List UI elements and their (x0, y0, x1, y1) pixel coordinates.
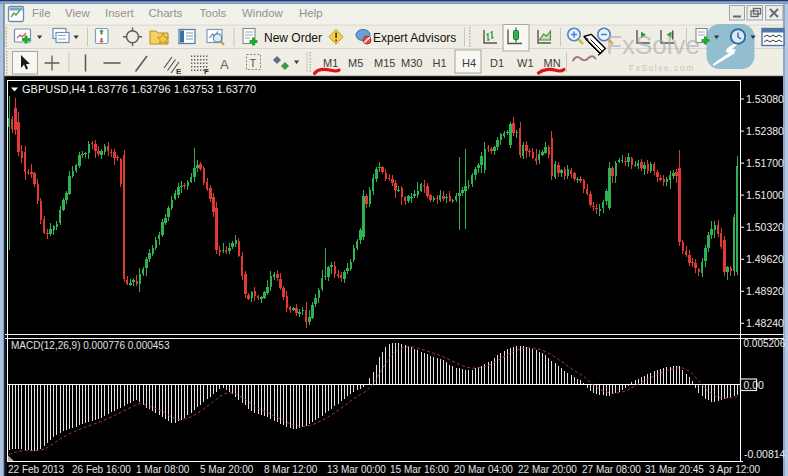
svg-text:1.49620: 1.49620 (746, 253, 784, 265)
svg-text:H4: H4 (462, 57, 476, 69)
svg-text:15 Mar 16:00: 15 Mar 16:00 (390, 464, 449, 475)
svg-text:8 Mar 12:00: 8 Mar 12:00 (264, 464, 318, 475)
svg-text:1.48240: 1.48240 (746, 317, 784, 329)
svg-text:26 Feb 16:00: 26 Feb 16:00 (72, 464, 131, 475)
svg-text:D1: D1 (490, 57, 504, 69)
svg-text:0.005206: 0.005206 (744, 338, 786, 349)
svg-text:1.53080: 1.53080 (746, 93, 784, 105)
svg-text:1.52380: 1.52380 (746, 125, 784, 137)
svg-text:GBPUSD,H4: GBPUSD,H4 (22, 83, 86, 95)
svg-text:1.63776 1.63796 1.63753 1.6377: 1.63776 1.63796 1.63753 1.63770 (88, 83, 256, 95)
svg-text:M1: M1 (323, 57, 338, 69)
svg-text:Insert: Insert (105, 7, 135, 19)
svg-text:Expert Advisors: Expert Advisors (373, 31, 456, 45)
svg-text:MACD(12,26,9) 0.000776 0.00045: MACD(12,26,9) 0.000776 0.000453 (11, 340, 170, 351)
svg-text:31 Mar 20:45: 31 Mar 20:45 (645, 464, 704, 475)
svg-text:13 Mar 00:00: 13 Mar 00:00 (327, 464, 386, 475)
svg-text:File: File (32, 7, 51, 19)
svg-text:1.48920: 1.48920 (746, 285, 784, 297)
svg-text:F: F (204, 67, 209, 76)
svg-text:W1: W1 (517, 57, 534, 69)
svg-text:1.51000: 1.51000 (746, 189, 784, 201)
svg-text:Help: Help (299, 7, 323, 19)
svg-text:Charts: Charts (149, 7, 183, 19)
svg-text:H1: H1 (433, 57, 447, 69)
svg-text:22 Feb 2013: 22 Feb 2013 (8, 464, 65, 475)
svg-text:3 Apr 12:00: 3 Apr 12:00 (709, 464, 761, 475)
svg-text:M15: M15 (374, 57, 395, 69)
svg-text:0.00: 0.00 (744, 379, 765, 391)
svg-text:FxSolve: FxSolve (606, 30, 700, 60)
svg-text:1 Mar 08:00: 1 Mar 08:00 (136, 464, 190, 475)
svg-text:E: E (176, 67, 182, 76)
svg-text:M5: M5 (348, 57, 363, 69)
svg-text:FxSolve.com: FxSolve.com (629, 63, 695, 73)
svg-text:New Order: New Order (264, 31, 322, 45)
svg-text:Tools: Tools (200, 7, 227, 19)
svg-text:5 Mar 20:00: 5 Mar 20:00 (200, 464, 254, 475)
svg-text:27 Mar 08:00: 27 Mar 08:00 (582, 464, 641, 475)
svg-text:1.51700: 1.51700 (746, 157, 784, 169)
svg-text:1.50320: 1.50320 (746, 221, 784, 233)
svg-text:Window: Window (242, 7, 284, 19)
svg-text:T: T (250, 57, 257, 69)
svg-text:22 Mar 20:00: 22 Mar 20:00 (518, 464, 577, 475)
svg-text:-0.00814: -0.00814 (744, 448, 786, 460)
svg-text:View: View (65, 7, 90, 19)
svg-text:M30: M30 (401, 57, 422, 69)
svg-text:A: A (220, 57, 229, 72)
svg-text:MN: MN (544, 57, 561, 69)
svg-text:20 Mar 04:00: 20 Mar 04:00 (454, 464, 513, 475)
